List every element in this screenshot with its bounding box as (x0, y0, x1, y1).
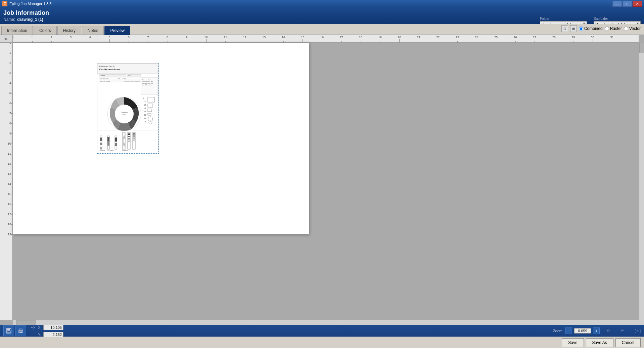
svg-text:Power: Power (100, 75, 105, 77)
svg-rect-53 (128, 138, 130, 140)
svg-text:Material test Card 3x: Material test Card 3x (99, 65, 115, 67)
status-bar: ⊹ X: 10.105 ⊹ Y: 2.162 Zoom: − 0.059 + X… (0, 325, 644, 337)
svg-text:50: 50 (144, 114, 146, 116)
svg-rect-52 (128, 136, 130, 137)
title-bar: E Epilog Job Manager 1.3.5 — □ ✕ (0, 0, 644, 7)
svg-rect-30 (148, 97, 154, 102)
ruler-unit: in. (0, 35, 13, 43)
svg-rect-54 (128, 141, 130, 142)
minimize-button[interactable]: — (612, 1, 622, 7)
svg-text:40: 40 (144, 111, 146, 113)
zoom-out-button[interactable]: − (565, 327, 572, 334)
svg-text:Job time: 1m22s: Job time: 1m22s (100, 80, 110, 82)
tab-history[interactable]: History (57, 26, 81, 35)
save-button[interactable]: Save (562, 338, 584, 347)
document-preview: Material test Card 3x Cardboard 4mm Powe… (97, 63, 159, 154)
view-fit-button[interactable]: ⊡ (561, 25, 568, 32)
canvas-area: in. 012345678910111213141516171819202122… (0, 35, 644, 325)
zoom-label: Zoom: (553, 329, 563, 333)
svg-rect-58 (133, 138, 135, 139)
svg-rect-32 (148, 109, 152, 112)
scroll-corner (639, 320, 644, 325)
name-label: Name: (3, 17, 15, 22)
svg-rect-55 (133, 132, 135, 149)
vertical-scroll-thumb[interactable] (639, 43, 644, 53)
svg-rect-39 (100, 143, 102, 145)
vertical-scrollbar[interactable] (639, 43, 644, 320)
x-value: 10.105 (43, 325, 63, 330)
svg-text:Engrave: Engrave (122, 111, 128, 113)
tab-information[interactable]: Information (1, 26, 33, 35)
radio-combined[interactable]: Combined (579, 26, 603, 31)
svg-rect-59 (133, 140, 135, 141)
svg-text:Match settings on the Right: Match settings on the Right (124, 80, 141, 82)
y-label: Y: (38, 333, 42, 337)
subfolder-label: Subfolder (594, 17, 641, 21)
tab-colors[interactable]: Colors (34, 26, 57, 35)
svg-rect-68 (19, 332, 22, 333)
save-as-button[interactable]: Save As (586, 338, 613, 347)
cursor-y-label: Y: (620, 329, 624, 333)
maximize-button[interactable]: □ (623, 1, 632, 7)
name-value: drawing_1 (1) (17, 17, 43, 22)
radio-vector[interactable]: Vector (624, 26, 641, 31)
zoom-value: 0.059 (574, 328, 591, 334)
header: Job Information Name: drawing_1 (1) Fold… (0, 7, 644, 24)
action-buttons: Save Save As Cancel (0, 337, 644, 348)
svg-text:Cut patterns: Cut patterns (121, 150, 128, 151)
svg-rect-46 (115, 143, 117, 146)
svg-text:Engrave: Engrave (100, 150, 105, 151)
coordinates: ⊹ X: 10.105 ⊹ Y: 2.162 (31, 324, 63, 338)
horizontal-scrollbar[interactable] (13, 320, 639, 325)
cursor-x-label: X: (606, 329, 610, 333)
zoom-in-button[interactable]: + (593, 327, 600, 334)
cursor-coordinates: X: Y: [in.] (606, 329, 641, 333)
svg-text:10% 20% 30%: 10% 20% 30% (100, 78, 109, 80)
tab-preview[interactable]: Preview (104, 26, 130, 35)
svg-rect-51 (128, 133, 130, 135)
svg-text:Cardboard 4mm: Cardboard 4mm (99, 68, 120, 71)
svg-rect-33 (148, 113, 151, 115)
page-canvas: Material test Card 3x Cardboard 4mm Powe… (13, 43, 309, 234)
save-icon-button[interactable] (3, 325, 14, 336)
radio-raster[interactable]: Raster (605, 26, 622, 31)
svg-text:5: 5 (143, 97, 144, 99)
svg-text:100mm/s 100mm/s: 100mm/s 100mm/s (118, 78, 129, 80)
svg-rect-42 (107, 137, 109, 142)
tabs-bar: Information Colors History Notes Preview… (0, 24, 644, 35)
unit-label: [in.] (635, 329, 641, 333)
svg-text:Cut speed: Cut speed (107, 150, 113, 151)
x-label: X: (38, 325, 42, 330)
view-controls: ⊡ ⊞ Combined Raster Vector (561, 25, 641, 32)
y-value: 2.162 (43, 332, 63, 337)
coord-icon: ⊹ (31, 324, 35, 331)
view-zoom-button[interactable]: ⊞ (570, 25, 577, 32)
svg-rect-65 (7, 331, 10, 333)
svg-text:side of the card: side of the card (142, 84, 151, 86)
svg-rect-38 (100, 138, 102, 141)
svg-rect-40 (100, 147, 102, 149)
svg-rect-56 (133, 133, 135, 134)
svg-text:60: 60 (144, 117, 146, 119)
svg-rect-43 (107, 142, 109, 146)
close-button[interactable]: ✕ (633, 1, 642, 7)
svg-text:20: 20 (144, 104, 146, 106)
svg-rect-31 (148, 104, 153, 107)
svg-text:70: 70 (144, 121, 146, 123)
svg-text:30: 30 (144, 107, 146, 109)
horizontal-ruler: 0123456789101112131415161718192021222324… (13, 35, 639, 43)
svg-text:10: 10 (144, 101, 146, 103)
folder-label: Folder (540, 17, 587, 21)
print-icon-button[interactable] (15, 325, 26, 336)
svg-rect-64 (7, 328, 10, 331)
tab-notes[interactable]: Notes (82, 26, 104, 35)
zoom-controls: Zoom: − 0.059 + (553, 327, 600, 334)
svg-text:Speed: Speed (122, 114, 126, 115)
cancel-button[interactable]: Cancel (615, 338, 641, 347)
svg-rect-45 (115, 138, 117, 142)
svg-rect-57 (133, 136, 135, 137)
app-icon: E (2, 1, 7, 6)
app-title: Epilog Job Manager 1.3.5 (9, 2, 51, 6)
svg-text:Cut: Cut (128, 75, 131, 77)
page-title: Job Information (3, 9, 641, 16)
